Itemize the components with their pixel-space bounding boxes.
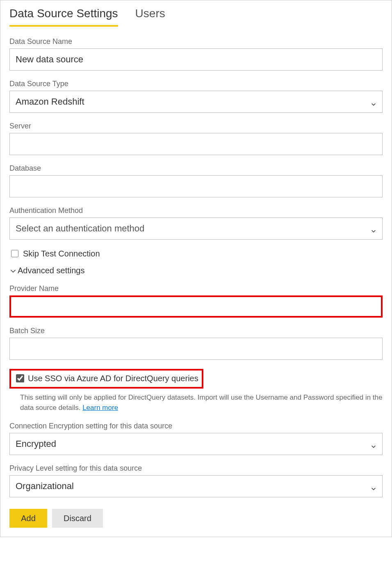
auth-method-label: Authentication Method [9,206,383,215]
chevron-down-icon [371,226,376,231]
tab-data-source-settings[interactable]: Data Source Settings [9,5,118,27]
chevron-down-icon [9,267,17,275]
sso-learn-more-link[interactable]: Learn more [82,404,118,412]
advanced-settings-label: Advanced settings [18,266,84,275]
tab-users[interactable]: Users [135,5,165,25]
privacy-value: Organizational [16,481,74,492]
server-input[interactable] [9,133,383,155]
chevron-down-icon [371,441,376,447]
sso-highlight-box: Use SSO via Azure AD for DirectQuery que… [9,369,203,389]
encryption-select[interactable]: Encrypted [9,433,383,455]
advanced-settings-toggle[interactable]: Advanced settings [9,266,383,275]
skip-test-label: Skip Test Connection [23,249,100,259]
sso-note: This setting will only be applied for Di… [20,393,383,413]
server-label: Server [9,122,383,130]
sso-label: Use SSO via Azure AD for DirectQuery que… [28,374,198,383]
discard-button[interactable]: Discard [52,509,103,528]
tabs-bar: Data Source Settings Users [9,5,383,27]
auth-method-placeholder: Select an authentication method [16,223,144,234]
sso-checkbox[interactable] [16,374,24,382]
privacy-label: Privacy Level setting for this data sour… [9,464,383,473]
skip-test-checkbox[interactable] [11,250,18,257]
chevron-down-icon [371,99,376,105]
data-source-type-value: Amazon Redshift [16,96,84,107]
provider-name-label: Provider Name [9,284,383,293]
encryption-value: Encrypted [16,439,56,449]
database-input[interactable] [9,175,383,197]
database-label: Database [9,164,383,173]
auth-method-select[interactable]: Select an authentication method [9,217,383,240]
data-source-type-select[interactable]: Amazon Redshift [9,91,383,113]
chevron-down-icon [371,483,376,489]
data-source-name-input[interactable] [9,48,383,71]
provider-name-input[interactable] [9,295,383,318]
batch-size-input[interactable] [9,338,383,360]
batch-size-label: Batch Size [9,327,383,335]
sso-note-text: This setting will only be applied for Di… [20,394,382,412]
data-source-type-label: Data Source Type [9,80,383,88]
encryption-label: Connection Encryption setting for this d… [9,422,383,430]
privacy-select[interactable]: Organizational [9,475,383,497]
add-button[interactable]: Add [9,509,47,528]
data-source-name-label: Data Source Name [9,37,383,46]
